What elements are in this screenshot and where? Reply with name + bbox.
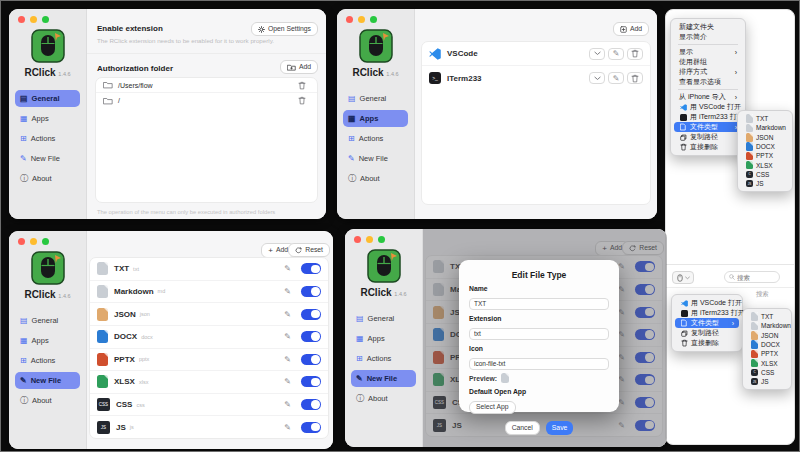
- edit-app-button[interactable]: ✎: [608, 72, 624, 84]
- sidebar-item-actions[interactable]: ⊞Actions: [15, 352, 80, 369]
- close-button[interactable]: [18, 16, 25, 23]
- extension-field[interactable]: [469, 328, 609, 340]
- minimize-button[interactable]: [30, 16, 37, 23]
- submenu-item-xlsx[interactable]: XLSX: [741, 160, 789, 169]
- sidebar-item-apps[interactable]: ▦Apps: [343, 110, 408, 127]
- sidebar-item-actions[interactable]: ⊞Actions: [15, 130, 80, 147]
- submenu-item-txt[interactable]: TXT: [741, 114, 789, 123]
- add-folder-button[interactable]: Add: [280, 60, 318, 74]
- edit-filetype-button[interactable]: ✎: [284, 287, 291, 296]
- sidebar-item-general[interactable]: ▤General: [15, 90, 80, 107]
- submenu-item-pptx[interactable]: PPTX: [741, 151, 789, 160]
- filetype-toggle[interactable]: [301, 354, 321, 365]
- menu-item-view[interactable]: 显示›: [674, 47, 742, 57]
- open-settings-button[interactable]: Open Settings: [251, 22, 318, 36]
- sidebar-item-actions[interactable]: ⊞Actions: [343, 130, 408, 147]
- submenu-item-markdown[interactable]: Markdown: [746, 321, 788, 330]
- sidebar-item-about[interactable]: ⓘAbout: [351, 390, 416, 407]
- filetype-toggle[interactable]: [301, 376, 321, 387]
- edit-filetype-button[interactable]: ✎: [284, 355, 291, 364]
- filetype-toggle[interactable]: [301, 286, 321, 297]
- menu-item-delete-directly[interactable]: 直接删除: [675, 338, 739, 348]
- minimize-button[interactable]: [30, 238, 37, 245]
- select-app-button[interactable]: Select App: [469, 401, 516, 415]
- minimize-button[interactable]: [366, 236, 373, 243]
- sidebar-item-about[interactable]: ⓘAbout: [15, 170, 80, 187]
- submenu-item-docx[interactable]: DOCX: [741, 142, 789, 151]
- close-button[interactable]: [346, 16, 353, 23]
- sidebar-item-apps[interactable]: ▦Apps: [15, 110, 80, 127]
- edit-filetype-button[interactable]: ✎: [284, 310, 291, 319]
- edit-filetype-button[interactable]: ✎: [284, 423, 291, 432]
- app-row[interactable]: >_ ITerm233 ✎: [422, 66, 650, 90]
- save-button[interactable]: Save: [546, 421, 574, 435]
- submenu-item-js[interactable]: JSJS: [741, 179, 789, 188]
- filetype-toggle[interactable]: [301, 263, 321, 274]
- edit-filetype-button[interactable]: ✎: [284, 377, 291, 386]
- sidebar-item-newfile[interactable]: ✎New File: [343, 150, 408, 167]
- submenu-item-docx[interactable]: DOCX: [746, 340, 788, 349]
- rclick-toolbar-button[interactable]: [672, 271, 694, 284]
- menu-item-file-type[interactable]: 文件类型›: [674, 122, 742, 132]
- zoom-button[interactable]: [42, 238, 49, 245]
- sidebar-item-general[interactable]: ▤General: [343, 90, 408, 107]
- submenu-item-json[interactable]: JSON: [746, 331, 788, 340]
- menu-item-copy-path[interactable]: 复制路径: [674, 132, 742, 142]
- expand-app-button[interactable]: [589, 72, 605, 84]
- search-field[interactable]: [724, 271, 780, 283]
- delete-app-button[interactable]: [627, 72, 643, 84]
- close-button[interactable]: [18, 238, 25, 245]
- submenu-item-css[interactable]: CCSS: [741, 170, 789, 179]
- submenu-item-js[interactable]: JSJS: [746, 377, 788, 386]
- sidebar-item-newfile[interactable]: ✎New File: [15, 372, 80, 389]
- menu-item-open-with-vscode[interactable]: 用 VSCode 打开: [675, 298, 739, 308]
- minimize-button[interactable]: [358, 16, 365, 23]
- sidebar-item-about[interactable]: ⓘAbout: [15, 392, 80, 409]
- zoom-button[interactable]: [370, 16, 377, 23]
- menu-item-use-groups[interactable]: 使用群组: [674, 57, 742, 67]
- reset-button[interactable]: Reset: [288, 243, 330, 257]
- edit-filetype-button[interactable]: ✎: [284, 400, 291, 409]
- edit-filetype-button[interactable]: ✎: [284, 264, 291, 273]
- submenu-item-txt[interactable]: TXT: [746, 312, 788, 321]
- app-row[interactable]: VSCode ✎: [422, 42, 650, 66]
- expand-app-button[interactable]: [589, 48, 605, 60]
- menu-item-copy-path[interactable]: 复制路径: [675, 328, 739, 338]
- search-input[interactable]: [737, 274, 775, 281]
- icon-field[interactable]: [469, 358, 609, 370]
- menu-item-file-type[interactable]: 文件类型›: [675, 318, 739, 328]
- sidebar-item-newfile[interactable]: ✎New File: [351, 370, 416, 387]
- sidebar-item-apps[interactable]: ▦Apps: [351, 330, 416, 347]
- menu-item-get-info[interactable]: 显示简介: [674, 32, 742, 42]
- sidebar-item-general[interactable]: ▤General: [351, 310, 416, 327]
- add-app-button[interactable]: Add: [613, 22, 649, 36]
- filetype-toggle[interactable]: [301, 422, 321, 433]
- zoom-button[interactable]: [42, 16, 49, 23]
- zoom-button[interactable]: [378, 236, 385, 243]
- sidebar-item-newfile[interactable]: ✎New File: [15, 150, 80, 167]
- edit-filetype-button[interactable]: ✎: [284, 332, 291, 341]
- menu-item-delete-directly[interactable]: 直接删除: [674, 142, 742, 152]
- delete-folder-button[interactable]: [294, 79, 310, 91]
- menu-item-open-with-iterm[interactable]: 用 iTerm233 打开: [675, 308, 739, 318]
- cancel-button[interactable]: Cancel: [505, 421, 540, 435]
- submenu-item-css[interactable]: CCSS: [746, 368, 788, 377]
- menu-item-open-with-vscode[interactable]: 用 VSCode 打开: [674, 102, 742, 112]
- menu-item-open-with-iterm[interactable]: 用 iTerm233 打开: [674, 112, 742, 122]
- sidebar-item-apps[interactable]: ▦Apps: [15, 332, 80, 349]
- filetype-toggle[interactable]: [301, 331, 321, 342]
- edit-app-button[interactable]: ✎: [608, 48, 624, 60]
- sidebar-item-actions[interactable]: ⊞Actions: [351, 350, 416, 367]
- submenu-item-pptx[interactable]: PPTX: [746, 349, 788, 358]
- sidebar-item-about[interactable]: ⓘAbout: [343, 170, 408, 187]
- filetype-toggle[interactable]: [301, 399, 321, 410]
- menu-item-sort-by[interactable]: 排序方式›: [674, 67, 742, 77]
- menu-item-import-from-iphone[interactable]: 从 iPhone 导入›: [674, 92, 742, 102]
- sidebar-item-general[interactable]: ▤General: [15, 312, 80, 329]
- menu-item-show-view-options[interactable]: 查看显示选项: [674, 77, 742, 87]
- delete-app-button[interactable]: [627, 48, 643, 60]
- submenu-item-xlsx[interactable]: XLSX: [746, 358, 788, 367]
- delete-folder-button[interactable]: [294, 95, 310, 107]
- menu-item-new-folder[interactable]: 新建文件夹: [674, 22, 742, 32]
- submenu-item-markdown[interactable]: Markdown: [741, 123, 789, 132]
